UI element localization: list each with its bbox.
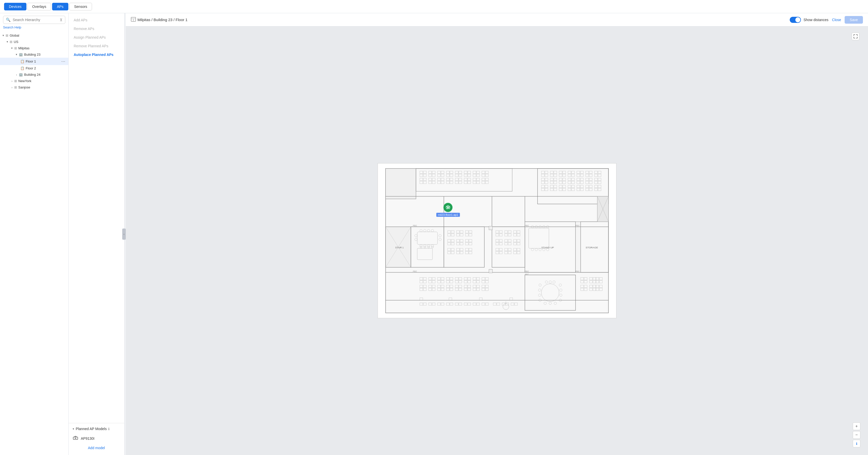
icon-floor2: 📋 — [20, 66, 24, 70]
tab-overlays[interactable]: Overlays — [27, 3, 51, 10]
svg-rect-232 — [575, 222, 580, 272]
ap-menu: Add APs Remove APs Assign Planned APs Re… — [69, 13, 124, 423]
menu-add-aps[interactable]: Add APs — [69, 16, 124, 24]
chevron-building23: ▾ — [14, 53, 19, 56]
svg-rect-416 — [489, 226, 492, 230]
fullscreen-button[interactable] — [852, 33, 859, 40]
close-button[interactable]: Close — [832, 18, 841, 22]
icon-us: ⊞ — [10, 40, 12, 44]
svg-text:FEC: FEC — [575, 270, 579, 272]
ap-circle[interactable]: 24 — [443, 203, 453, 212]
main-layout: 🔍 ⊻ Search Help ▾ ⊞ Global ▾ ⊞ US — [0, 13, 868, 455]
show-distances-toggle: Show distances — [790, 17, 828, 23]
search-help-link[interactable]: Search Help — [0, 24, 68, 31]
icon-sanjose: ⊞ — [14, 85, 17, 89]
tree-item-floor1[interactable]: 📋 Floor 1 ⋯ — [0, 58, 68, 65]
menu-remove-planned-aps[interactable]: Remove Planned APs — [69, 42, 124, 50]
tab-aps[interactable]: APs — [52, 3, 68, 10]
planned-header: ▾ Planned AP Models ℹ — [73, 427, 120, 431]
tree-item-milpitas[interactable]: ▾ ⊞ Milpitas — [0, 45, 68, 51]
menu-assign-planned-aps[interactable]: Assign Planned APs — [69, 33, 124, 42]
search-box: 🔍 ⊻ — [3, 16, 65, 24]
svg-text:FEC: FEC — [525, 270, 529, 272]
label-milpitas: Milpitas — [18, 46, 66, 50]
ap-marker[interactable]: 24 mil23-floor1-ap1 — [436, 203, 460, 217]
icon-milpitas: ⊞ — [14, 46, 17, 50]
chevron-milpitas: ▾ — [10, 47, 14, 50]
floor-plan-icon — [131, 17, 136, 23]
svg-point-1 — [75, 438, 76, 439]
label-floor1: Floor 1 — [26, 59, 36, 63]
sidebar-tree: ▾ ⊞ Global ▾ ⊞ US ▾ ⊞ Milpitas ▾ — [0, 31, 68, 455]
chevron-sanjose: › — [10, 86, 14, 89]
breadcrumb: Milpitas / Building 23 / Floor 1 — [131, 17, 188, 23]
ap-model-label: AP9130I — [81, 436, 95, 441]
zoom-out-button[interactable]: − — [853, 431, 860, 439]
svg-rect-6 — [385, 169, 416, 199]
svg-point-423 — [447, 207, 449, 208]
chevron-us: ▾ — [5, 40, 10, 43]
tree-item-building23[interactable]: ▾ 🏢 Building 23 — [0, 51, 68, 58]
middle-panel: Add APs Remove APs Assign Planned APs Re… — [69, 13, 125, 455]
search-input[interactable] — [13, 18, 58, 22]
chevron-global: ▾ — [1, 34, 6, 37]
sidebar-search-area: 🔍 ⊻ — [0, 13, 68, 24]
map-area: Milpitas / Building 23 / Floor 1 Show di… — [126, 13, 868, 455]
tree-item-building24[interactable]: › 🏢 Building 24 — [0, 71, 68, 78]
collapse-icon: ‹ — [123, 233, 125, 236]
label-building24: Building 24 — [24, 73, 66, 77]
chevron-building24: › — [14, 73, 19, 76]
label-global: Global — [10, 34, 66, 37]
planned-ap-panel: ▾ Planned AP Models ℹ AP9130I Add model — [69, 423, 124, 455]
svg-text:FEC: FEC — [413, 224, 417, 227]
tree-item-sanjose[interactable]: › ⊞ Sanjose — [0, 84, 68, 90]
search-icon: 🔍 — [6, 18, 11, 22]
ap-device-icon — [73, 435, 78, 442]
tab-sensors[interactable]: Sensors — [69, 3, 92, 10]
planned-title: Planned AP Models — [76, 427, 107, 431]
label-sanjose: Sanjose — [18, 85, 66, 89]
ap-model-row: AP9130I — [73, 434, 120, 444]
svg-text:STORAGE: STORAGE — [585, 246, 598, 249]
tree-item-newyork[interactable]: › ⊞ NewYork — [0, 78, 68, 84]
chevron-planned: ▾ — [73, 427, 74, 431]
map-header: Milpitas / Building 23 / Floor 1 Show di… — [126, 13, 868, 26]
label-us: US — [14, 40, 66, 44]
icon-global: ⊞ — [6, 34, 8, 37]
tab-devices[interactable]: Devices — [4, 3, 26, 10]
label-floor2: Floor 2 — [26, 66, 66, 70]
map-controls: + − ℹ — [853, 422, 860, 447]
zoom-in-button[interactable]: + — [853, 422, 860, 430]
info-button[interactable]: ℹ — [853, 440, 860, 447]
save-button[interactable]: Save — [845, 16, 863, 24]
svg-rect-5 — [385, 169, 608, 313]
svg-text:FEC: FEC — [575, 224, 579, 227]
ap-label: mil23-floor1-ap1 — [436, 213, 460, 217]
filter-icon[interactable]: ⊻ — [60, 18, 63, 22]
label-newyork: NewYork — [18, 79, 66, 83]
tree-item-global[interactable]: ▾ ⊞ Global — [0, 32, 68, 39]
toggle-button[interactable] — [790, 17, 801, 23]
svg-text:FEC: FEC — [525, 224, 529, 227]
toolbar-tabs: Devices Overlays APs Sensors — [4, 3, 92, 10]
svg-text:FEC: FEC — [413, 270, 417, 272]
sidebar: 🔍 ⊻ Search Help ▾ ⊞ Global ▾ ⊞ US — [0, 13, 69, 455]
icon-building24: 🏢 — [19, 73, 23, 77]
info-icon[interactable]: ℹ — [108, 427, 110, 431]
tree-item-floor2[interactable]: 📋 Floor 2 — [0, 65, 68, 71]
label-building23: Building 23 — [24, 53, 66, 56]
add-model-button[interactable]: Add model — [73, 444, 120, 451]
svg-text:FEC: FEC — [525, 273, 529, 276]
icon-newyork: ⊞ — [14, 79, 17, 83]
tree-item-us[interactable]: ▾ ⊞ US — [0, 39, 68, 45]
map-container[interactable]: STAIR 1 — [126, 26, 868, 455]
collapse-handle[interactable]: ‹ — [122, 229, 126, 240]
more-icon-floor1[interactable]: ⋯ — [60, 59, 66, 64]
show-distances-label: Show distances — [803, 18, 828, 22]
svg-rect-417 — [489, 269, 492, 273]
floor-plan[interactable]: STAIR 1 — [378, 163, 616, 318]
map-header-actions: Show distances Close Save — [790, 16, 863, 24]
chevron-newyork: › — [10, 80, 14, 83]
menu-autoplace-planned-aps[interactable]: Autoplace Planned APs — [69, 50, 124, 59]
menu-remove-aps[interactable]: Remove APs — [69, 24, 124, 33]
